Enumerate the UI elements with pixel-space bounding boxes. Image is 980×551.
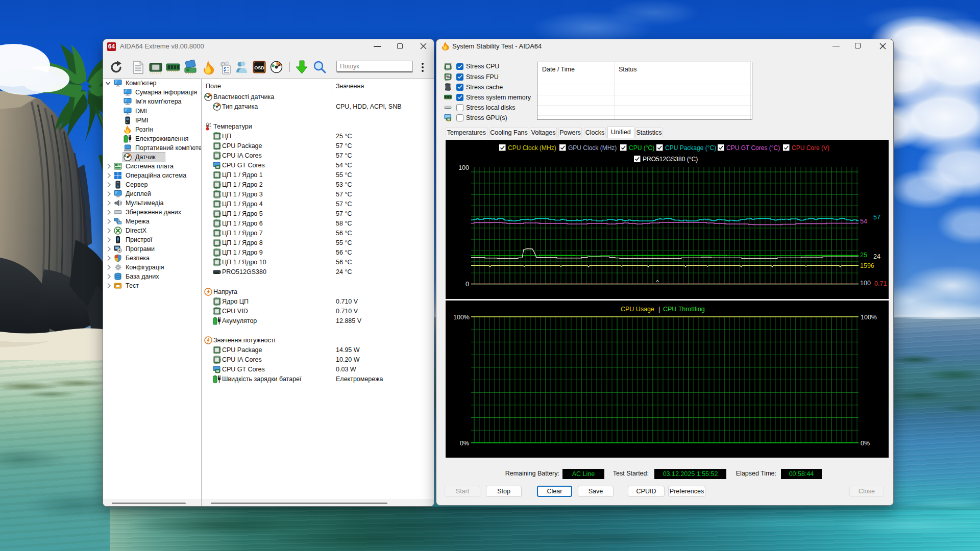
svg-text:CPU Core (V): CPU Core (V): [792, 144, 829, 152]
svg-text:1596: 1596: [860, 262, 874, 269]
svg-text:100: 100: [860, 280, 871, 287]
svg-text:57: 57: [873, 214, 880, 221]
svg-text:100: 100: [458, 164, 469, 171]
svg-text:|: |: [658, 306, 660, 313]
svg-text:CPU Throttling: CPU Throttling: [663, 306, 705, 313]
svg-text:100%: 100%: [453, 314, 470, 321]
svg-text:0: 0: [465, 281, 469, 288]
svg-text:100%: 100%: [861, 314, 877, 321]
svg-text:0%: 0%: [460, 440, 469, 447]
svg-text:0.71: 0.71: [874, 280, 887, 287]
svg-text:CPU Package (°C): CPU Package (°C): [665, 144, 716, 152]
svg-text:CPU Clock (MHz): CPU Clock (MHz): [508, 144, 556, 152]
svg-text:CPU GT Cores (°C): CPU GT Cores (°C): [726, 144, 780, 152]
svg-text:%: %: [446, 74, 450, 79]
svg-text:25: 25: [860, 252, 867, 259]
svg-text:PRO512GS380 (°C): PRO512GS380 (°C): [643, 156, 698, 163]
svg-text:54: 54: [860, 218, 867, 225]
svg-text:CPU (°C): CPU (°C): [629, 144, 654, 152]
svg-text:24: 24: [873, 253, 880, 260]
svg-text:OSD: OSD: [254, 65, 264, 70]
svg-text:GPU Clock (MHz): GPU Clock (MHz): [568, 144, 617, 152]
svg-text:CPU Usage: CPU Usage: [621, 306, 654, 313]
svg-text:0%: 0%: [861, 440, 870, 447]
